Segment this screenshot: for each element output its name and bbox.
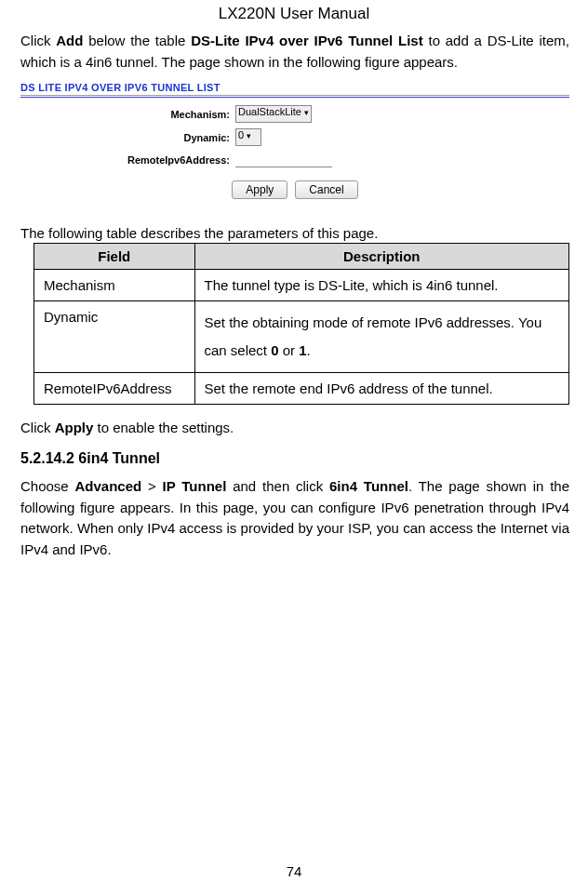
col-header-field: Field	[34, 244, 195, 270]
intro-paragraph: Click Add below the table DS-Lite IPv4 o…	[20, 31, 569, 73]
page-number: 74	[0, 863, 588, 879]
field-cell: Dynamic	[34, 301, 195, 373]
intro-bold-list: DS-Lite IPv4 over IPv6 Tunnel List	[191, 33, 423, 48]
section-bold-6in4: 6in4 Tunnel	[329, 478, 408, 494]
desc-text: .	[307, 342, 311, 358]
remote-ipv6-input[interactable]	[235, 152, 332, 167]
apply-bold: Apply	[55, 420, 94, 435]
mechanism-select[interactable]: DualStackLite▾	[235, 105, 312, 123]
field-cell: Mechanism	[34, 270, 195, 301]
table-row: Mechanism The tunnel type is DS-Lite, wh…	[34, 270, 569, 301]
apply-text-2: to enable the settings.	[93, 420, 234, 435]
section-number: 5.2.14.2	[20, 450, 74, 466]
cancel-button[interactable]: Cancel	[295, 180, 357, 199]
desc-bold-0: 0	[271, 342, 278, 358]
desc-cell: Set the obtaining mode of remote IPv6 ad…	[194, 301, 569, 373]
intro-text-1: Click	[20, 33, 56, 48]
col-header-description: Description	[194, 244, 569, 270]
parameter-table: Field Description Mechanism The tunnel t…	[33, 243, 569, 405]
section-text: Choose	[20, 478, 75, 494]
section-paragraph: Choose Advanced > IP Tunnel and then cli…	[20, 476, 569, 560]
field-cell: RemoteIPv6Address	[34, 373, 195, 405]
page-title: LX220N User Manual	[0, 0, 588, 23]
intro-bold-add: Add	[56, 33, 83, 48]
desc-bold-1: 1	[299, 342, 306, 358]
remote-label: RemoteIpv6Address:	[118, 154, 235, 166]
desc-text: or	[279, 342, 300, 358]
section-title: 6in4 Tunnel	[78, 450, 160, 466]
param-table-intro: The following table describes the parame…	[20, 225, 569, 241]
dynamic-select[interactable]: 0▾	[235, 128, 261, 146]
apply-button[interactable]: Apply	[232, 180, 287, 199]
section-heading: 5.2.14.2 6in4 Tunnel	[20, 450, 569, 467]
apply-instruction: Click Apply to enable the settings.	[20, 420, 569, 435]
section-bold-iptunnel: IP Tunnel	[163, 478, 227, 494]
desc-cell: Set the remote end IPv6 address of the t…	[194, 373, 569, 405]
config-screenshot: DS LITE IPV4 OVER IPV6 TUNNEL LIST Mecha…	[20, 82, 569, 199]
screenshot-section-title: DS LITE IPV4 OVER IPV6 TUNNEL LIST	[20, 82, 569, 96]
dropdown-caret-icon: ▾	[247, 131, 251, 140]
mechanism-value: DualStackLite	[238, 106, 301, 117]
section-text: >	[141, 478, 162, 494]
dynamic-value: 0	[238, 129, 244, 140]
section-bold-advanced: Advanced	[75, 478, 142, 494]
apply-text-1: Click	[20, 420, 55, 435]
table-row: RemoteIPv6Address Set the remote end IPv…	[34, 373, 569, 405]
table-row: Dynamic Set the obtaining mode of remote…	[34, 301, 569, 373]
mechanism-label: Mechanism:	[118, 109, 235, 120]
dynamic-label: Dynamic:	[118, 132, 235, 143]
section-text: and then click	[226, 478, 329, 494]
dropdown-caret-icon: ▾	[304, 108, 309, 117]
desc-cell: The tunnel type is DS-Lite, which is 4in…	[194, 270, 569, 301]
desc-text: Set the obtaining mode of remote IPv6 ad…	[205, 314, 542, 358]
intro-text-2: below the table	[83, 33, 191, 48]
